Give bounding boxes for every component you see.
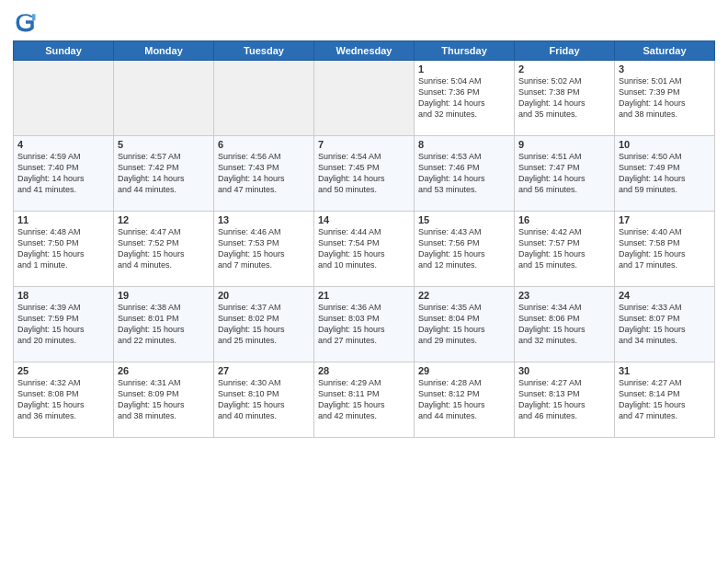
calendar-cell: 27Sunrise: 4:30 AMSunset: 8:10 PMDayligh…: [214, 362, 314, 438]
header: [13, 9, 715, 35]
day-info: Sunrise: 5:01 AMSunset: 7:39 PMDaylight:…: [619, 75, 711, 121]
weekday-header-cell: Monday: [114, 41, 214, 61]
calendar-cell: 1Sunrise: 5:04 AMSunset: 7:36 PMDaylight…: [415, 61, 515, 136]
day-info: Sunrise: 4:33 AMSunset: 8:07 PMDaylight:…: [619, 302, 711, 347]
calendar-cell: 16Sunrise: 4:42 AMSunset: 7:57 PMDayligh…: [515, 212, 615, 287]
calendar-cell: 9Sunrise: 4:51 AMSunset: 7:47 PMDaylight…: [515, 136, 615, 212]
calendar-cell: 12Sunrise: 4:47 AMSunset: 7:52 PMDayligh…: [114, 212, 214, 287]
day-info: Sunrise: 4:34 AMSunset: 8:06 PMDaylight:…: [518, 302, 610, 347]
calendar-week-row: 1Sunrise: 5:04 AMSunset: 7:36 PMDaylight…: [14, 61, 715, 136]
day-number: 30: [518, 365, 610, 376]
day-number: 25: [17, 365, 109, 376]
calendar-cell: 28Sunrise: 4:29 AMSunset: 8:11 PMDayligh…: [314, 362, 415, 438]
calendar-cell: [314, 61, 415, 136]
weekday-header-cell: Sunday: [14, 41, 114, 61]
calendar-cell: 8Sunrise: 4:53 AMSunset: 7:46 PMDaylight…: [415, 136, 515, 212]
logo-icon: [13, 9, 39, 35]
day-info: Sunrise: 4:27 AMSunset: 8:14 PMDaylight:…: [619, 377, 711, 422]
day-info: Sunrise: 4:37 AMSunset: 8:02 PMDaylight:…: [218, 302, 310, 347]
calendar-cell: 30Sunrise: 4:27 AMSunset: 8:13 PMDayligh…: [515, 362, 615, 438]
day-number: 14: [318, 214, 410, 225]
day-info: Sunrise: 4:29 AMSunset: 8:11 PMDaylight:…: [318, 377, 410, 422]
day-number: 5: [118, 139, 210, 150]
calendar-week-row: 11Sunrise: 4:48 AMSunset: 7:50 PMDayligh…: [14, 212, 715, 287]
day-info: Sunrise: 4:48 AMSunset: 7:50 PMDaylight:…: [17, 226, 109, 271]
weekday-header-cell: Wednesday: [314, 41, 415, 61]
day-info: Sunrise: 4:57 AMSunset: 7:42 PMDaylight:…: [118, 151, 210, 196]
calendar-cell: 23Sunrise: 4:34 AMSunset: 8:06 PMDayligh…: [515, 287, 615, 362]
day-number: 13: [218, 214, 310, 225]
calendar-cell: 25Sunrise: 4:32 AMSunset: 8:08 PMDayligh…: [14, 362, 114, 438]
day-number: 1: [418, 63, 510, 75]
day-number: 10: [619, 139, 711, 150]
calendar-cell: 15Sunrise: 4:43 AMSunset: 7:56 PMDayligh…: [415, 212, 515, 287]
calendar-cell: 7Sunrise: 4:54 AMSunset: 7:45 PMDaylight…: [314, 136, 415, 212]
calendar-cell: 17Sunrise: 4:40 AMSunset: 7:58 PMDayligh…: [615, 212, 715, 287]
calendar-week-row: 4Sunrise: 4:59 AMSunset: 7:40 PMDaylight…: [14, 136, 715, 212]
day-number: 31: [619, 365, 711, 376]
day-number: 27: [218, 365, 310, 376]
day-number: 29: [418, 365, 510, 376]
day-info: Sunrise: 4:31 AMSunset: 8:09 PMDaylight:…: [118, 377, 210, 422]
page: SundayMondayTuesdayWednesdayThursdayFrid…: [0, 0, 728, 563]
day-info: Sunrise: 5:04 AMSunset: 7:36 PMDaylight:…: [418, 75, 510, 121]
day-number: 8: [418, 139, 510, 150]
day-info: Sunrise: 4:39 AMSunset: 7:59 PMDaylight:…: [17, 302, 109, 347]
day-info: Sunrise: 4:47 AMSunset: 7:52 PMDaylight:…: [118, 226, 210, 271]
day-number: 2: [518, 63, 610, 75]
calendar-cell: 21Sunrise: 4:36 AMSunset: 8:03 PMDayligh…: [314, 287, 415, 362]
day-info: Sunrise: 4:42 AMSunset: 7:57 PMDaylight:…: [518, 226, 610, 271]
day-number: 22: [418, 290, 510, 301]
day-number: 4: [17, 139, 109, 150]
day-number: 7: [318, 139, 410, 150]
calendar-cell: 22Sunrise: 4:35 AMSunset: 8:04 PMDayligh…: [415, 287, 515, 362]
day-number: 28: [318, 365, 410, 376]
day-number: 6: [218, 139, 310, 150]
day-info: Sunrise: 4:44 AMSunset: 7:54 PMDaylight:…: [318, 226, 410, 271]
weekday-header-cell: Saturday: [615, 41, 715, 61]
calendar-cell: 24Sunrise: 4:33 AMSunset: 8:07 PMDayligh…: [615, 287, 715, 362]
calendar-cell: 14Sunrise: 4:44 AMSunset: 7:54 PMDayligh…: [314, 212, 415, 287]
day-number: 11: [17, 214, 109, 225]
calendar-cell: 29Sunrise: 4:28 AMSunset: 8:12 PMDayligh…: [415, 362, 515, 438]
calendar-week-row: 18Sunrise: 4:39 AMSunset: 7:59 PMDayligh…: [14, 287, 715, 362]
day-info: Sunrise: 4:54 AMSunset: 7:45 PMDaylight:…: [318, 151, 410, 196]
calendar-cell: 20Sunrise: 4:37 AMSunset: 8:02 PMDayligh…: [214, 287, 314, 362]
day-number: 9: [518, 139, 610, 150]
calendar-cell: 19Sunrise: 4:38 AMSunset: 8:01 PMDayligh…: [114, 287, 214, 362]
logo: [13, 9, 42, 35]
calendar-cell: 6Sunrise: 4:56 AMSunset: 7:43 PMDaylight…: [214, 136, 314, 212]
day-info: Sunrise: 4:27 AMSunset: 8:13 PMDaylight:…: [518, 377, 610, 422]
calendar-cell: 5Sunrise: 4:57 AMSunset: 7:42 PMDaylight…: [114, 136, 214, 212]
day-info: Sunrise: 4:36 AMSunset: 8:03 PMDaylight:…: [318, 302, 410, 347]
day-info: Sunrise: 4:43 AMSunset: 7:56 PMDaylight:…: [418, 226, 510, 271]
day-info: Sunrise: 4:32 AMSunset: 8:08 PMDaylight:…: [17, 377, 109, 422]
calendar-cell: 10Sunrise: 4:50 AMSunset: 7:49 PMDayligh…: [615, 136, 715, 212]
calendar-cell: 3Sunrise: 5:01 AMSunset: 7:39 PMDaylight…: [615, 61, 715, 136]
day-info: Sunrise: 4:56 AMSunset: 7:43 PMDaylight:…: [218, 151, 310, 196]
day-info: Sunrise: 4:35 AMSunset: 8:04 PMDaylight:…: [418, 302, 510, 347]
calendar-body: 1Sunrise: 5:04 AMSunset: 7:36 PMDaylight…: [14, 61, 715, 438]
day-number: 17: [619, 214, 711, 225]
day-number: 19: [118, 290, 210, 301]
calendar-cell: 13Sunrise: 4:46 AMSunset: 7:53 PMDayligh…: [214, 212, 314, 287]
day-number: 15: [418, 214, 510, 225]
day-info: Sunrise: 4:50 AMSunset: 7:49 PMDaylight:…: [619, 151, 711, 196]
calendar-cell: 2Sunrise: 5:02 AMSunset: 7:38 PMDaylight…: [515, 61, 615, 136]
day-number: 26: [118, 365, 210, 376]
calendar-cell: [114, 61, 214, 136]
weekday-header-row: SundayMondayTuesdayWednesdayThursdayFrid…: [14, 41, 715, 61]
calendar-cell: [14, 61, 114, 136]
calendar-week-row: 25Sunrise: 4:32 AMSunset: 8:08 PMDayligh…: [14, 362, 715, 438]
calendar-cell: [214, 61, 314, 136]
day-info: Sunrise: 4:28 AMSunset: 8:12 PMDaylight:…: [418, 377, 510, 422]
day-number: 23: [518, 290, 610, 301]
calendar-cell: 11Sunrise: 4:48 AMSunset: 7:50 PMDayligh…: [14, 212, 114, 287]
day-number: 16: [518, 214, 610, 225]
day-number: 12: [118, 214, 210, 225]
day-number: 21: [318, 290, 410, 301]
day-info: Sunrise: 4:53 AMSunset: 7:46 PMDaylight:…: [418, 151, 510, 196]
day-info: Sunrise: 5:02 AMSunset: 7:38 PMDaylight:…: [518, 75, 610, 121]
calendar-cell: 18Sunrise: 4:39 AMSunset: 7:59 PMDayligh…: [14, 287, 114, 362]
weekday-header-cell: Friday: [515, 41, 615, 61]
